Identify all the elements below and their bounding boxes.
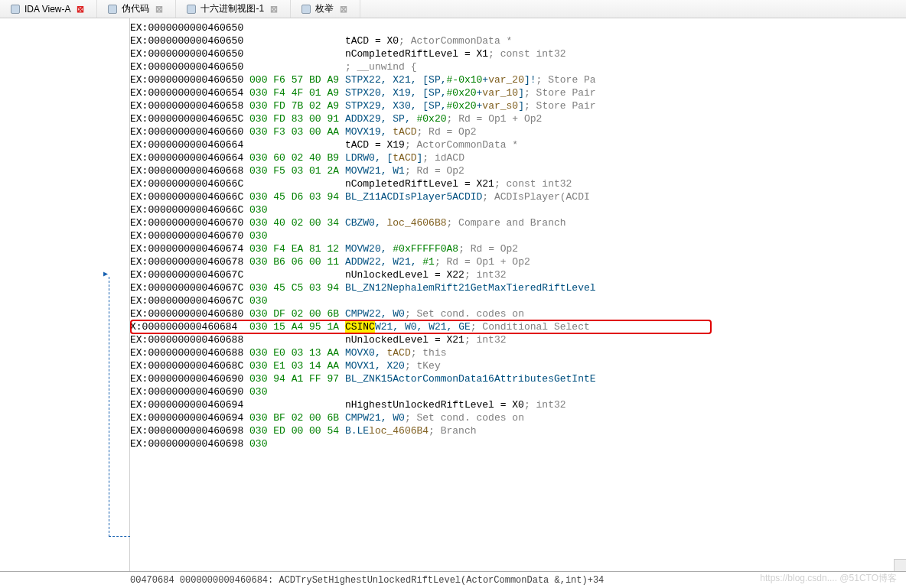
code-line[interactable]: EX:0000000000460668 030 F5 03 01 2A MOV … <box>130 164 906 177</box>
code-line[interactable]: EX:0000000000460674 030 F4 EA 81 12 MOV … <box>130 242 906 255</box>
code-line[interactable]: EX:0000000000460650 <box>130 21 906 34</box>
code-line[interactable]: EX:0000000000460690 030 <box>130 385 906 398</box>
status-text: 00470684 0000000000460684: ACDTrySetHigh… <box>130 575 604 586</box>
tab-icon <box>11 5 20 14</box>
tab-ida-view[interactable]: IDA View-A ⊠ <box>0 0 97 18</box>
close-icon[interactable]: ⊠ <box>154 4 165 15</box>
code-line[interactable]: EX:000000000046067C nUnlockedLevel = X22… <box>130 268 906 281</box>
code-line[interactable]: EX:0000000000460694 nHighestUnlockedRift… <box>130 398 906 411</box>
code-line[interactable]: EX:0000000000460654 030 F4 4F 01 A9 STP … <box>130 86 906 99</box>
tab-bar: IDA View-A ⊠ 伪代码 ⊠ 十六进制视图-1 ⊠ 枚举 ⊠ <box>0 0 906 18</box>
code-line[interactable]: EX:000000000046066C 030 45 D6 03 94 BL _… <box>130 190 906 203</box>
code-line[interactable]: EX:0000000000460658 030 FD 7B 02 A9 STP … <box>130 99 906 112</box>
code-line[interactable]: EX:0000000000460688 nUnlockedLevel = X21… <box>130 333 906 346</box>
close-icon[interactable]: ⊠ <box>338 4 349 15</box>
code-line[interactable]: EX:0000000000460670 030 40 02 00 34 CBZ … <box>130 216 906 229</box>
code-line[interactable]: EX:000000000046065C 030 FD 83 00 91 ADD … <box>130 112 906 125</box>
tab-hexview[interactable]: 十六进制视图-1 ⊠ <box>176 0 291 18</box>
code-line[interactable]: EX:0000000000460694 030 BF 02 00 6B CMP … <box>130 411 906 424</box>
code-line[interactable]: EX:0000000000460650 nCompletedRiftLevel … <box>130 47 906 60</box>
code-line[interactable]: EX:0000000000460698 030 ED 00 00 54 B.LE… <box>130 424 906 437</box>
tab-label: 十六进制视图-1 <box>200 2 264 15</box>
tab-icon <box>301 5 311 14</box>
code-line[interactable]: EX:0000000000460690 030 94 A1 FF 97 BL _… <box>130 372 906 385</box>
code-line[interactable]: EX:0000000000460688 030 E0 03 13 AA MOV … <box>130 346 906 359</box>
code-line[interactable]: EX:0000000000460680 030 DF 02 00 6B CMP … <box>130 307 906 320</box>
code-line[interactable]: EX:0000000000460650 tACD = X0 ; ActorCom… <box>130 34 906 47</box>
arrow-head-icon: ▶ <box>103 269 108 278</box>
watermark-text: https://blog.csdn.... @51CTO博客 <box>760 572 897 585</box>
tab-label: IDA View-A <box>24 4 70 15</box>
code-line[interactable]: EX:0000000000460698 030 <box>130 437 906 450</box>
content-area: ▶ EX:0000000000460650 EX:000000000046065… <box>0 18 906 571</box>
tab-label: 伪代码 <box>122 2 149 15</box>
close-icon[interactable]: ⊠ <box>75 4 86 15</box>
close-icon[interactable]: ⊠ <box>269 4 279 15</box>
code-line[interactable]: EX:0000000000460664 030 60 02 40 B9 LDR … <box>130 151 906 164</box>
tab-pseudocode[interactable]: 伪代码 ⊠ <box>97 0 176 18</box>
code-line[interactable]: EX:000000000046066C nCompletedRiftLevel … <box>130 177 906 190</box>
code-line[interactable]: EX:0000000000460650 ; __unwind { <box>130 60 906 73</box>
gutter: ▶ <box>0 18 130 571</box>
tab-icon <box>187 5 196 14</box>
code-line[interactable]: EX:0000000000460670 030 <box>130 229 906 242</box>
scroll-corner <box>894 559 906 571</box>
code-line[interactable]: EX:0000000000460678 030 B6 06 00 11 ADD … <box>130 255 906 268</box>
code-line[interactable]: EX:000000000046067C 030 45 C5 03 94 BL _… <box>130 281 906 294</box>
code-line[interactable]: EX:0000000000460650 000 F6 57 BD A9 STP … <box>130 73 906 86</box>
tab-label: 枚举 <box>315 2 334 15</box>
code-line[interactable]: EX:000000000046067C 030 <box>130 294 906 307</box>
code-line[interactable]: EX:0000000000460660 030 F3 03 00 AA MOV … <box>130 125 906 138</box>
disassembly-view[interactable]: EX:0000000000460650 EX:0000000000460650 … <box>130 18 906 571</box>
code-line[interactable]: EX:000000000046066C 030 <box>130 203 906 216</box>
tab-enums[interactable]: 枚举 ⊠ <box>291 0 360 18</box>
tab-icon <box>108 5 117 14</box>
code-line[interactable]: EX:0000000000460664 tACD = X19 ; ActorCo… <box>130 138 906 151</box>
code-line[interactable]: X:0000000000460684 030 15 A4 95 1A CSINC… <box>130 320 906 333</box>
code-line[interactable]: EX:000000000046068C 030 E1 03 14 AA MOV … <box>130 359 906 372</box>
